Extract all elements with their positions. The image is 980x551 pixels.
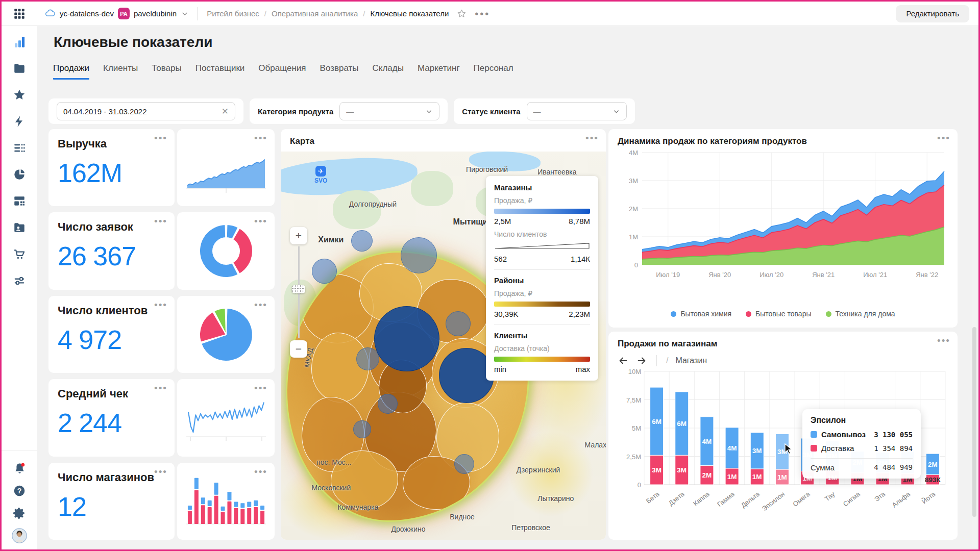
svg-text:Июл '21: Июл '21 — [863, 271, 887, 279]
map-zoom-out-button[interactable]: − — [290, 340, 307, 358]
tab-requests[interactable]: Обращения — [258, 63, 306, 80]
sidebar-avatar-button[interactable] — [12, 528, 27, 543]
sidebar-item-dashboard[interactable] — [12, 193, 27, 209]
sidebar-item-bolt[interactable] — [12, 114, 27, 129]
breadcrumb-item-1[interactable]: Оперативная аналитика — [272, 9, 358, 18]
sidebar-item-bar-chart[interactable] — [12, 34, 27, 49]
sidebar-gear-button[interactable] — [12, 506, 27, 521]
breadcrumb-separator: / — [363, 9, 365, 18]
legend-size-wedge — [494, 242, 590, 252]
status-select[interactable]: — — [527, 102, 627, 120]
plane-icon: ✈ — [315, 166, 326, 177]
legend-max-value: 8,78М — [569, 217, 590, 226]
tab-staff[interactable]: Персонал — [474, 63, 513, 80]
drill-back-button[interactable] — [618, 355, 629, 366]
mini-chart-menu-button[interactable]: ••• — [254, 135, 267, 141]
mini-chart-card-stores: ••• — [177, 463, 275, 540]
sidebar-item-star[interactable] — [12, 87, 27, 103]
svg-text:Янв '20: Янв '20 — [708, 271, 731, 279]
favorite-star-icon[interactable] — [457, 9, 467, 18]
tab-goods[interactable]: Товары — [152, 63, 181, 80]
topbar: yc-datalens-dev PA paveldubinin Ритейл б… — [2, 2, 978, 26]
sidebar-item-rows[interactable] — [12, 140, 27, 156]
store-bubble[interactable] — [356, 347, 379, 370]
bar-Эпсилон[interactable]: 1М3М — [775, 434, 789, 485]
bell-icon — [13, 462, 27, 475]
map-menu-button[interactable]: ••• — [585, 135, 599, 141]
map-legend-panel: МагазиныПродажа, ₽2,5М8,78МЧисло клиенто… — [486, 176, 598, 381]
sidebar-divider — [2, 450, 37, 450]
store-bubble[interactable] — [351, 230, 373, 252]
edit-button[interactable]: Редактировать — [896, 5, 969, 22]
bar-Дзета[interactable]: 3М6М — [675, 392, 689, 485]
tenant-switcher[interactable]: yc-datalens-dev PA paveldubinin — [44, 8, 189, 19]
category-select[interactable]: — — [339, 102, 439, 120]
map-canvas[interactable]: ПироговскийИвантеевкаДолгопрудныйМытищиХ… — [281, 152, 606, 540]
store-bubble[interactable] — [312, 259, 337, 284]
kpi-menu-button[interactable]: ••• — [154, 135, 167, 141]
tab-returns[interactable]: Возвраты — [320, 63, 359, 80]
mini-chart-menu-button[interactable]: ••• — [254, 385, 267, 391]
sidebar-item-sliders[interactable] — [12, 273, 27, 288]
bar-Гамма[interactable]: 1М4М — [725, 428, 739, 485]
map-label-8: Коммунарка — [337, 503, 378, 511]
tab-warehouses[interactable]: Склады — [373, 63, 404, 80]
date-range-input[interactable]: 04.04.2019 - 31.03.2022 ✕ — [57, 102, 235, 120]
sidebar-bell-button[interactable] — [12, 461, 27, 476]
svg-text:0: 0 — [634, 261, 638, 269]
kpi-menu-button[interactable]: ••• — [154, 218, 167, 224]
mini-chart-menu-button[interactable]: ••• — [254, 218, 267, 224]
sidebar-item-folder[interactable] — [12, 61, 27, 76]
mini-chart-menu-button[interactable]: ••• — [254, 469, 267, 475]
kpi-menu-button[interactable]: ••• — [154, 385, 167, 391]
bar-Бета[interactable]: 3М6М — [650, 387, 664, 485]
breadcrumb-item-0[interactable]: Ритейл бизнес — [207, 9, 259, 18]
tab-marketing[interactable]: Маркетинг — [418, 63, 460, 80]
tab-suppliers[interactable]: Поставщики — [195, 63, 245, 80]
map-label-3: Мытищи — [453, 217, 488, 227]
store-bubble-large[interactable] — [374, 306, 439, 371]
apps-grid-button[interactable] — [2, 7, 37, 20]
kpi-menu-button[interactable]: ••• — [154, 469, 167, 475]
legend-measure-label: Продажа, ₽ — [494, 289, 590, 297]
tab-sales[interactable]: Продажи — [53, 63, 89, 80]
drill-forward-button[interactable] — [636, 355, 647, 366]
breadcrumb-more-button[interactable]: ••• — [475, 11, 490, 16]
map-zoom-in-button[interactable]: + — [290, 227, 307, 244]
map-label-6: пос. Мос... — [316, 458, 351, 466]
mini-chart-menu-button[interactable]: ••• — [254, 302, 267, 308]
star-icon — [13, 88, 26, 102]
cloud-icon — [44, 8, 56, 19]
clear-date-icon[interactable]: ✕ — [222, 106, 229, 117]
store-bubble[interactable] — [378, 394, 398, 414]
category-dynamics-legend: Бытовая химияБытовые товарыТехника для д… — [618, 310, 948, 318]
category-dynamics-menu-button[interactable]: ••• — [937, 135, 950, 141]
sidebar-item-cart[interactable] — [12, 246, 27, 262]
legend-measure-label: Число клиентов — [494, 230, 590, 238]
bar-Каппа[interactable]: 2М4М — [700, 417, 714, 485]
map-zoom-handle[interactable] — [292, 285, 305, 293]
kpi-label-orders: Число заявок — [58, 220, 165, 234]
svg-text:Альфа: Альфа — [891, 490, 912, 509]
legend-item[interactable]: Бытовые товары — [746, 310, 811, 318]
legend-item[interactable]: Техника для дома — [826, 310, 895, 318]
sidebar-item-shared-folder[interactable] — [12, 220, 27, 235]
store-bubble[interactable] — [353, 420, 371, 438]
legend-min-value: min — [494, 365, 506, 373]
tab-clients[interactable]: Клиенты — [103, 63, 138, 80]
chevron-down-icon — [425, 108, 433, 115]
svg-text:2М: 2М — [702, 471, 712, 479]
sidebar-item-pie[interactable] — [12, 167, 27, 182]
kpi-card-orders: Число заявок•••26 367 — [48, 212, 175, 289]
revenue_sparkline-chart — [185, 138, 267, 198]
legend-item[interactable]: Бытовая химия — [671, 310, 731, 318]
bar-Йота[interactable]: 893К2М — [925, 454, 941, 485]
breadcrumb-item-2[interactable]: Ключевые показатели — [370, 9, 449, 18]
store-sales-card: Продажи по магазинам ••• / Магазин 02,5 — [608, 332, 958, 540]
scrollbar-thumb[interactable] — [972, 327, 976, 517]
drill-nav: / Магазин — [618, 355, 948, 366]
store-sales-menu-button[interactable]: ••• — [937, 338, 950, 344]
bar-Дельта[interactable]: 1М3М — [750, 433, 764, 485]
kpi-menu-button[interactable]: ••• — [154, 302, 167, 308]
sidebar-help-button[interactable]: ? — [12, 483, 27, 498]
